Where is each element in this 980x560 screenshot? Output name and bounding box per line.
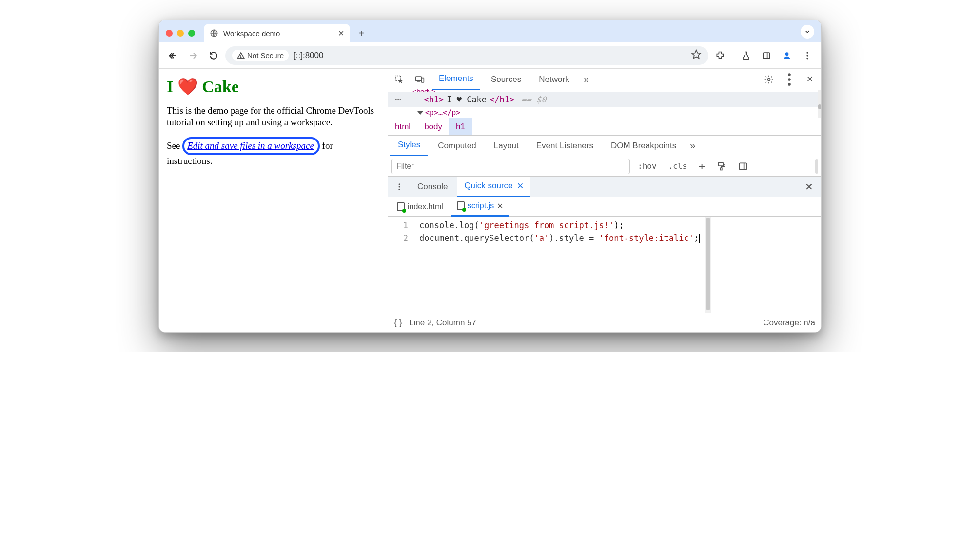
tab-layout[interactable]: Layout <box>486 136 527 156</box>
dom-scrollbar[interactable] <box>818 90 821 118</box>
devtools-menu-button[interactable] <box>781 71 798 88</box>
file-tab-index[interactable]: index.html <box>391 197 449 217</box>
source-editor[interactable]: 1 2 console.log('greetings from script.j… <box>388 217 821 313</box>
file-tab-label: index.html <box>408 202 443 211</box>
devtools-settings-button[interactable] <box>761 75 777 84</box>
cls-toggle[interactable]: .cls <box>665 161 691 171</box>
tutorial-link[interactable]: Edit and save files in a workspace <box>182 137 320 156</box>
chrome-menu-button[interactable] <box>799 47 816 64</box>
page-viewport: I ❤️ Cake This is the demo page for the … <box>159 69 388 332</box>
tab-elements[interactable]: Elements <box>432 69 480 90</box>
breadcrumb-html[interactable]: html <box>388 118 417 135</box>
svg-rect-8 <box>416 77 422 80</box>
flex-grid-icon[interactable] <box>734 161 752 171</box>
code-content[interactable]: console.log('greetings from script.js!')… <box>413 217 705 313</box>
breadcrumb-body[interactable]: body <box>417 118 449 135</box>
security-chip[interactable]: Not Secure <box>232 50 289 61</box>
hov-toggle[interactable]: :hov <box>634 161 661 171</box>
browser-tab[interactable]: Workspace demo ✕ <box>204 24 350 42</box>
close-tab-button[interactable]: ✕ <box>338 29 344 38</box>
styles-more-button[interactable]: » <box>686 140 699 151</box>
new-style-rule-button[interactable]: + <box>695 160 709 172</box>
security-label: Not Secure <box>247 51 284 60</box>
titlebar: Workspace demo ✕ + <box>159 20 821 42</box>
close-drawer-tab-button[interactable]: ✕ <box>517 181 524 191</box>
profile-button[interactable] <box>778 47 796 64</box>
dom-selected-row[interactable]: ⋯ <h1>I ♥ Cake</h1> == $0 <box>388 92 821 107</box>
inspect-element-button[interactable] <box>391 75 408 84</box>
tab-sources[interactable]: Sources <box>484 69 528 90</box>
page-paragraph-1: This is the demo page for the official C… <box>167 105 380 128</box>
globe-icon <box>210 29 218 38</box>
tab-styles[interactable]: Styles <box>390 136 428 156</box>
new-tab-button[interactable]: + <box>354 26 369 40</box>
window-controls <box>166 30 195 37</box>
styles-scrollbar[interactable] <box>815 159 818 174</box>
reload-button[interactable] <box>205 47 222 64</box>
styles-toolbar: :hov .cls + <box>388 156 821 177</box>
line-gutter: 1 2 <box>388 217 413 313</box>
drawer-tab-console[interactable]: Console <box>411 177 454 197</box>
side-panel-button[interactable] <box>758 47 775 64</box>
dom-selector-hint: == $0 <box>521 95 546 104</box>
svg-point-3 <box>785 52 789 56</box>
svg-point-18 <box>399 186 400 187</box>
more-tabs-button[interactable]: » <box>580 74 593 85</box>
dom-tree[interactable]: <body> ⋯ <h1>I ♥ Cake</h1> == $0 <p>…</p… <box>388 90 821 118</box>
editor-status-bar: { } Line 2, Column 57 Coverage: n/a <box>388 313 821 332</box>
browser-window: Workspace demo ✕ + Not Secure [::]:8000 <box>158 20 822 333</box>
devtools-close-button[interactable]: ✕ <box>802 74 818 84</box>
zoom-window-button[interactable] <box>188 30 195 37</box>
line-number: 1 <box>388 220 408 232</box>
drawer-tab-quick-source[interactable]: Quick source ✕ <box>457 177 530 197</box>
devtools-panel: Elements Sources Network » ✕ <body> ⋯ <h… <box>388 69 821 332</box>
close-file-tab-button[interactable]: ✕ <box>497 201 503 211</box>
extensions-button[interactable] <box>711 47 729 64</box>
labs-button[interactable] <box>737 47 755 64</box>
svg-point-4 <box>806 52 808 53</box>
svg-point-6 <box>806 58 808 59</box>
tab-network[interactable]: Network <box>532 69 576 90</box>
minimize-window-button[interactable] <box>177 30 184 37</box>
tab-dom-breakpoints[interactable]: DOM Breakpoints <box>603 136 684 156</box>
address-bar[interactable]: Not Secure [::]:8000 <box>225 46 708 65</box>
tab-computed[interactable]: Computed <box>430 136 484 156</box>
svg-rect-2 <box>763 53 769 59</box>
svg-point-17 <box>399 183 400 185</box>
file-icon <box>397 202 405 211</box>
dom-text: I ♥ Cake <box>447 95 487 104</box>
drawer-menu-button[interactable] <box>391 182 408 191</box>
close-window-button[interactable] <box>166 30 173 37</box>
svg-rect-15 <box>721 168 722 170</box>
svg-point-12 <box>788 78 791 81</box>
drawer-tab-label: Quick source <box>464 181 512 191</box>
url-text: [::]:8000 <box>294 51 686 60</box>
device-toolbar-button[interactable] <box>412 75 428 84</box>
tab-event-listeners[interactable]: Event Listeners <box>529 136 601 156</box>
page-heading: I ❤️ Cake <box>167 77 380 96</box>
drawer-close-button[interactable]: ✕ <box>800 181 818 193</box>
styles-filter-input[interactable] <box>391 159 630 174</box>
svg-rect-9 <box>421 78 424 82</box>
back-button[interactable] <box>164 47 181 64</box>
forward-button[interactable] <box>184 47 202 64</box>
dom-overflow-icon[interactable]: ⋯ <box>395 98 402 101</box>
warning-icon <box>237 52 245 60</box>
tab-search-button[interactable] <box>801 25 814 39</box>
file-tab-script[interactable]: script.js ✕ <box>451 197 509 217</box>
svg-point-5 <box>806 55 808 56</box>
svg-point-10 <box>768 78 770 80</box>
dom-next-line: <p>…</p> <box>388 107 821 118</box>
svg-point-13 <box>788 83 791 86</box>
styles-tabstrip: Styles Computed Layout Event Listeners D… <box>388 136 821 156</box>
svg-point-19 <box>399 188 400 190</box>
pretty-print-button[interactable]: { } <box>394 318 402 328</box>
dom-close-tag: </h1> <box>490 95 514 104</box>
paint-icon[interactable] <box>713 161 730 171</box>
bookmark-button[interactable] <box>691 49 702 62</box>
editor-scrollbar[interactable] <box>705 217 711 313</box>
file-icon <box>457 201 465 210</box>
page-paragraph-2: See Edit and save files in a workspace f… <box>167 137 380 167</box>
text-cursor <box>699 234 700 243</box>
breadcrumb-h1[interactable]: h1 <box>449 118 472 135</box>
